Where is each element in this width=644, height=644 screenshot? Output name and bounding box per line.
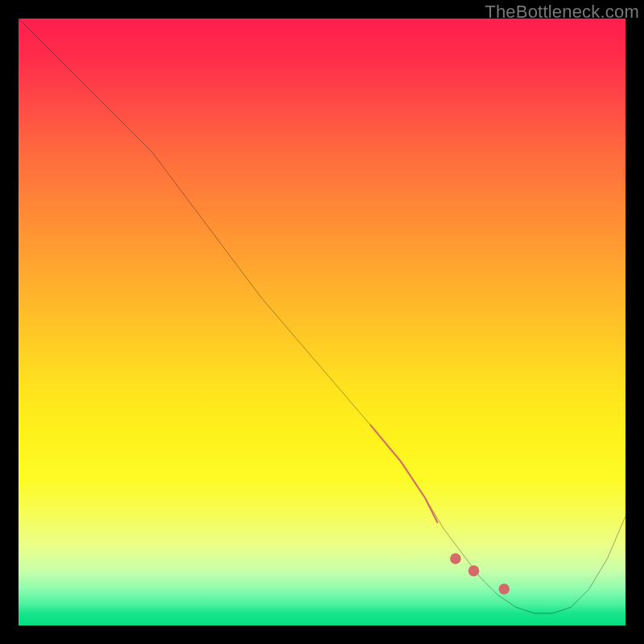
watermark-text: TheBottleneck.com <box>485 2 639 23</box>
highlight-dot <box>498 584 510 595</box>
highlight-dot <box>450 553 461 564</box>
plot-area <box>19 19 625 625</box>
highlight-dots <box>450 553 510 594</box>
curve-line <box>19 19 625 613</box>
chart-overlay <box>19 19 625 625</box>
highlight-segment <box>370 425 437 522</box>
chart-container: TheBottleneck.com <box>0 0 644 644</box>
highlight-dot <box>469 565 480 576</box>
